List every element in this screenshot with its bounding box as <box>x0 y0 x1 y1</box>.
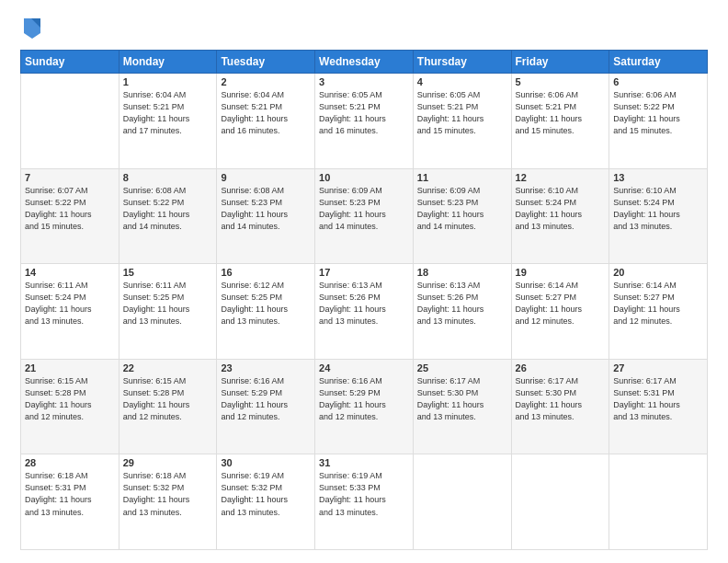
weekday-monday: Monday <box>119 51 217 74</box>
calendar-cell <box>511 454 609 550</box>
day-info: Sunrise: 6:16 AM Sunset: 5:29 PM Dayligh… <box>319 375 409 423</box>
day-number: 9 <box>221 172 311 183</box>
calendar-cell: 5Sunrise: 6:06 AM Sunset: 5:21 PM Daylig… <box>511 74 609 169</box>
day-number: 29 <box>123 457 213 468</box>
calendar-cell: 30Sunrise: 6:19 AM Sunset: 5:32 PM Dayli… <box>217 454 315 550</box>
logo <box>20 17 42 40</box>
day-info: Sunrise: 6:16 AM Sunset: 5:29 PM Dayligh… <box>221 375 311 423</box>
day-info: Sunrise: 6:18 AM Sunset: 5:32 PM Dayligh… <box>123 470 213 518</box>
day-number: 7 <box>25 172 115 183</box>
day-info: Sunrise: 6:05 AM Sunset: 5:21 PM Dayligh… <box>319 89 409 137</box>
day-number: 22 <box>123 362 213 373</box>
calendar-cell: 22Sunrise: 6:15 AM Sunset: 5:28 PM Dayli… <box>119 359 217 454</box>
day-info: Sunrise: 6:11 AM Sunset: 5:24 PM Dayligh… <box>25 280 115 327</box>
day-number: 28 <box>25 457 115 468</box>
calendar-cell: 20Sunrise: 6:14 AM Sunset: 5:27 PM Dayli… <box>609 264 708 360</box>
calendar-cell <box>609 454 708 550</box>
day-number: 5 <box>516 76 606 87</box>
calendar-cell: 11Sunrise: 6:09 AM Sunset: 5:23 PM Dayli… <box>413 168 511 264</box>
day-info: Sunrise: 6:15 AM Sunset: 5:28 PM Dayligh… <box>25 375 115 423</box>
day-number: 27 <box>613 362 703 373</box>
week-row-1: 1Sunrise: 6:04 AM Sunset: 5:21 PM Daylig… <box>21 74 708 169</box>
week-row-5: 28Sunrise: 6:18 AM Sunset: 5:31 PM Dayli… <box>21 454 708 550</box>
day-number: 23 <box>221 362 311 373</box>
day-number: 24 <box>319 362 409 373</box>
weekday-saturday: Saturday <box>609 51 708 74</box>
day-info: Sunrise: 6:09 AM Sunset: 5:23 PM Dayligh… <box>417 185 507 233</box>
week-row-2: 7Sunrise: 6:07 AM Sunset: 5:22 PM Daylig… <box>21 168 708 264</box>
weekday-thursday: Thursday <box>413 51 511 74</box>
day-number: 26 <box>516 362 606 373</box>
day-info: Sunrise: 6:10 AM Sunset: 5:24 PM Dayligh… <box>613 185 703 233</box>
calendar-cell: 21Sunrise: 6:15 AM Sunset: 5:28 PM Dayli… <box>21 359 119 454</box>
day-number: 17 <box>319 267 409 278</box>
calendar-cell: 29Sunrise: 6:18 AM Sunset: 5:32 PM Dayli… <box>119 454 217 550</box>
calendar-cell: 28Sunrise: 6:18 AM Sunset: 5:31 PM Dayli… <box>21 454 119 550</box>
day-number: 14 <box>25 267 115 278</box>
weekday-friday: Friday <box>511 51 609 74</box>
day-number: 1 <box>123 76 213 87</box>
day-number: 2 <box>221 76 311 87</box>
weekday-header-row: SundayMondayTuesdayWednesdayThursdayFrid… <box>21 51 708 74</box>
day-info: Sunrise: 6:17 AM Sunset: 5:30 PM Dayligh… <box>417 375 507 423</box>
day-info: Sunrise: 6:04 AM Sunset: 5:21 PM Dayligh… <box>221 89 311 137</box>
day-info: Sunrise: 6:11 AM Sunset: 5:25 PM Dayligh… <box>123 280 213 327</box>
day-info: Sunrise: 6:18 AM Sunset: 5:31 PM Dayligh… <box>25 470 115 518</box>
day-info: Sunrise: 6:05 AM Sunset: 5:21 PM Dayligh… <box>417 89 507 137</box>
day-number: 8 <box>123 172 213 183</box>
day-number: 31 <box>319 457 409 468</box>
day-number: 21 <box>25 362 115 373</box>
calendar-cell: 7Sunrise: 6:07 AM Sunset: 5:22 PM Daylig… <box>21 168 119 264</box>
day-info: Sunrise: 6:19 AM Sunset: 5:33 PM Dayligh… <box>319 470 409 518</box>
calendar-cell: 3Sunrise: 6:05 AM Sunset: 5:21 PM Daylig… <box>315 74 414 169</box>
calendar-cell: 15Sunrise: 6:11 AM Sunset: 5:25 PM Dayli… <box>119 264 217 360</box>
week-row-4: 21Sunrise: 6:15 AM Sunset: 5:28 PM Dayli… <box>21 359 708 454</box>
calendar-cell: 19Sunrise: 6:14 AM Sunset: 5:27 PM Dayli… <box>511 264 609 360</box>
calendar-cell: 4Sunrise: 6:05 AM Sunset: 5:21 PM Daylig… <box>413 74 511 169</box>
day-number: 3 <box>319 76 409 87</box>
day-number: 30 <box>221 457 311 468</box>
day-info: Sunrise: 6:17 AM Sunset: 5:30 PM Dayligh… <box>516 375 606 423</box>
calendar-cell: 23Sunrise: 6:16 AM Sunset: 5:29 PM Dayli… <box>217 359 315 454</box>
calendar-cell: 16Sunrise: 6:12 AM Sunset: 5:25 PM Dayli… <box>217 264 315 360</box>
calendar-table: SundayMondayTuesdayWednesdayThursdayFrid… <box>20 50 708 550</box>
day-number: 13 <box>613 172 703 183</box>
calendar-cell: 10Sunrise: 6:09 AM Sunset: 5:23 PM Dayli… <box>315 168 414 264</box>
calendar-cell: 14Sunrise: 6:11 AM Sunset: 5:24 PM Dayli… <box>21 264 119 360</box>
day-number: 6 <box>613 76 703 87</box>
day-info: Sunrise: 6:14 AM Sunset: 5:27 PM Dayligh… <box>516 280 606 327</box>
calendar-cell: 1Sunrise: 6:04 AM Sunset: 5:21 PM Daylig… <box>119 74 217 169</box>
weekday-wednesday: Wednesday <box>315 51 414 74</box>
day-number: 10 <box>319 172 409 183</box>
day-number: 15 <box>123 267 213 278</box>
day-info: Sunrise: 6:07 AM Sunset: 5:22 PM Dayligh… <box>25 185 115 233</box>
calendar-cell: 18Sunrise: 6:13 AM Sunset: 5:26 PM Dayli… <box>413 264 511 360</box>
calendar-cell: 26Sunrise: 6:17 AM Sunset: 5:30 PM Dayli… <box>511 359 609 454</box>
calendar-cell: 2Sunrise: 6:04 AM Sunset: 5:21 PM Daylig… <box>217 74 315 169</box>
weekday-sunday: Sunday <box>21 51 119 74</box>
calendar-cell: 8Sunrise: 6:08 AM Sunset: 5:22 PM Daylig… <box>119 168 217 264</box>
day-info: Sunrise: 6:10 AM Sunset: 5:24 PM Dayligh… <box>516 185 606 233</box>
day-number: 12 <box>516 172 606 183</box>
logo-icon <box>22 15 42 40</box>
calendar-cell <box>413 454 511 550</box>
calendar-cell: 27Sunrise: 6:17 AM Sunset: 5:31 PM Dayli… <box>609 359 708 454</box>
day-info: Sunrise: 6:04 AM Sunset: 5:21 PM Dayligh… <box>123 89 213 137</box>
day-info: Sunrise: 6:06 AM Sunset: 5:21 PM Dayligh… <box>516 89 606 137</box>
day-info: Sunrise: 6:15 AM Sunset: 5:28 PM Dayligh… <box>123 375 213 423</box>
day-number: 4 <box>417 76 507 87</box>
day-info: Sunrise: 6:12 AM Sunset: 5:25 PM Dayligh… <box>221 280 311 327</box>
day-info: Sunrise: 6:08 AM Sunset: 5:23 PM Dayligh… <box>221 185 311 233</box>
day-info: Sunrise: 6:17 AM Sunset: 5:31 PM Dayligh… <box>613 375 703 423</box>
weekday-tuesday: Tuesday <box>217 51 315 74</box>
day-number: 16 <box>221 267 311 278</box>
day-info: Sunrise: 6:13 AM Sunset: 5:26 PM Dayligh… <box>417 280 507 327</box>
day-info: Sunrise: 6:19 AM Sunset: 5:32 PM Dayligh… <box>221 470 311 518</box>
calendar-cell: 31Sunrise: 6:19 AM Sunset: 5:33 PM Dayli… <box>315 454 414 550</box>
calendar-cell <box>21 74 119 169</box>
day-number: 18 <box>417 267 507 278</box>
calendar-cell: 25Sunrise: 6:17 AM Sunset: 5:30 PM Dayli… <box>413 359 511 454</box>
calendar-cell: 9Sunrise: 6:08 AM Sunset: 5:23 PM Daylig… <box>217 168 315 264</box>
day-number: 19 <box>516 267 606 278</box>
day-info: Sunrise: 6:13 AM Sunset: 5:26 PM Dayligh… <box>319 280 409 327</box>
